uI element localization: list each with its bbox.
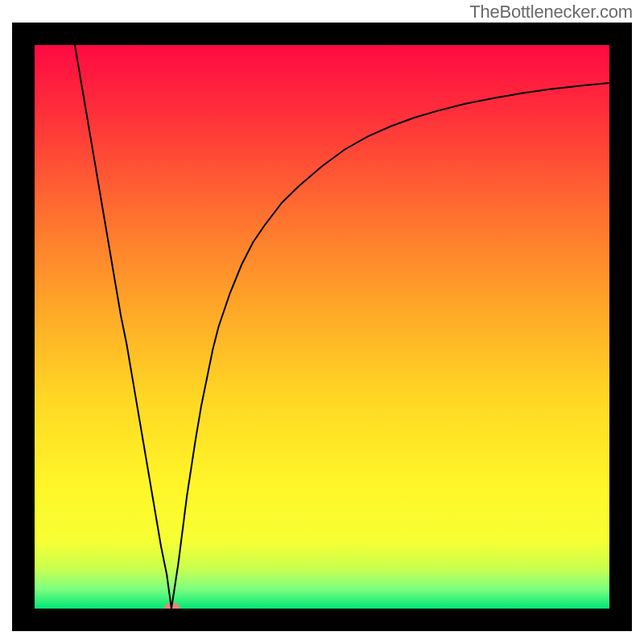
gradient-background: [35, 45, 609, 609]
chart-svg: [12, 23, 632, 631]
figure: TheBottlenecker.com: [0, 0, 644, 644]
plot-area: [12, 23, 632, 631]
watermark-text: TheBottlenecker.com: [469, 2, 633, 23]
